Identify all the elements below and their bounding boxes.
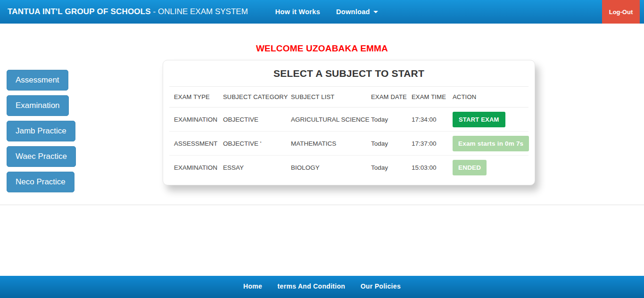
- brand-school-name: TANTUA INT'L GROUP OF SCHOOLS: [8, 7, 151, 16]
- sidebar-item-jamb-practice[interactable]: Jamb Practice: [7, 121, 75, 141]
- page-divider: [0, 205, 644, 205]
- table-header-row: EXAM TYPE SUBJECT CATEGORY SUBJECT LIST …: [169, 87, 528, 108]
- nav-item-label: How it Works: [275, 8, 320, 16]
- start-exam-button[interactable]: START EXAM: [453, 112, 505, 127]
- logout-button[interactable]: Log-Out: [602, 0, 640, 24]
- exam-time-cell: 17:34:00: [407, 116, 448, 123]
- brand-subtitle: - ONLINE EXAM SYSTEM: [151, 7, 248, 16]
- exam-type-cell: EXAMINATION: [169, 164, 218, 171]
- col-header-subject-category: SUBJECT CATEGORY: [218, 93, 286, 100]
- top-navbar: TANTUA INT'L GROUP OF SCHOOLS - ONLINE E…: [0, 0, 644, 24]
- exam-type-cell: ASSESSMENT: [169, 140, 218, 147]
- subject-category-cell: OBJECTIVE ʹ: [218, 140, 286, 147]
- exam-date-cell: Today: [366, 164, 407, 171]
- sidebar-item-examination[interactable]: Examination: [7, 95, 69, 116]
- col-header-exam-date: EXAM DATE: [366, 93, 407, 100]
- subject-list-cell: BIOLOGY: [286, 164, 366, 171]
- col-header-exam-type: EXAM TYPE: [169, 93, 218, 100]
- footer-link-terms[interactable]: terms And Condition: [278, 282, 346, 290]
- subject-category-cell: ESSAY: [218, 164, 286, 171]
- col-header-subject-list: SUBJECT LIST: [286, 93, 366, 100]
- subject-select-card: SELECT A SUBJECT TO START EXAM TYPE SUBJ…: [163, 60, 535, 185]
- welcome-heading: WELCOME UZOABAKA EMMA: [0, 43, 644, 54]
- action-cell: START EXAM: [448, 112, 528, 127]
- table-row: EXAMINATION OBJECTIVE AGRICULTURAL SCIEN…: [169, 108, 528, 132]
- sidebar-item-assessment[interactable]: Assessment: [7, 70, 68, 91]
- table-row: ASSESSMENT OBJECTIVE ʹ MATHEMATICS Today…: [169, 132, 528, 156]
- col-header-exam-time: EXAM TIME: [407, 93, 448, 100]
- exam-time-cell: 15:03:00: [407, 164, 448, 171]
- subject-category-cell: OBJECTIVE: [218, 116, 286, 123]
- subject-list-cell: AGRICULTURAL SCIENCE: [286, 116, 366, 123]
- footer-link-policies[interactable]: Our Policies: [361, 282, 401, 290]
- table-row: EXAMINATION ESSAY BIOLOGY Today 15:03:00…: [169, 156, 528, 180]
- footer-link-home[interactable]: Home: [243, 282, 262, 290]
- card-title: SELECT A SUBJECT TO START: [163, 60, 535, 86]
- nav-item-download[interactable]: Download: [336, 8, 378, 16]
- footer: Home terms And Condition Our Policies: [0, 276, 644, 298]
- exam-date-cell: Today: [366, 116, 407, 123]
- nav-item-how-it-works[interactable]: How it Works: [275, 8, 320, 16]
- brand[interactable]: TANTUA INT'L GROUP OF SCHOOLS - ONLINE E…: [8, 7, 248, 17]
- exam-ended-button: ENDED: [453, 160, 487, 175]
- action-cell: ENDED: [448, 160, 528, 175]
- exam-type-cell: EXAMINATION: [169, 116, 218, 123]
- exam-date-cell: Today: [366, 140, 407, 147]
- chevron-down-icon: [373, 11, 378, 13]
- sidebar-item-waec-practice[interactable]: Waec Practice: [7, 146, 76, 167]
- action-cell: Exam starts in 0m 7s: [448, 136, 529, 151]
- sidebar-item-neco-practice[interactable]: Neco Practice: [7, 172, 74, 192]
- exam-countdown-button: Exam starts in 0m 7s: [453, 136, 529, 151]
- col-header-action: ACTION: [448, 93, 528, 100]
- nav-item-label: Download: [336, 8, 370, 16]
- exam-time-cell: 17:37:00: [407, 140, 448, 147]
- subject-list-cell: MATHEMATICS: [286, 140, 366, 147]
- sidebar: Assessment Examination Jamb Practice Wae…: [7, 70, 76, 192]
- exam-table: EXAM TYPE SUBJECT CATEGORY SUBJECT LIST …: [169, 86, 528, 180]
- navbar-links: How it Works Download: [275, 8, 378, 16]
